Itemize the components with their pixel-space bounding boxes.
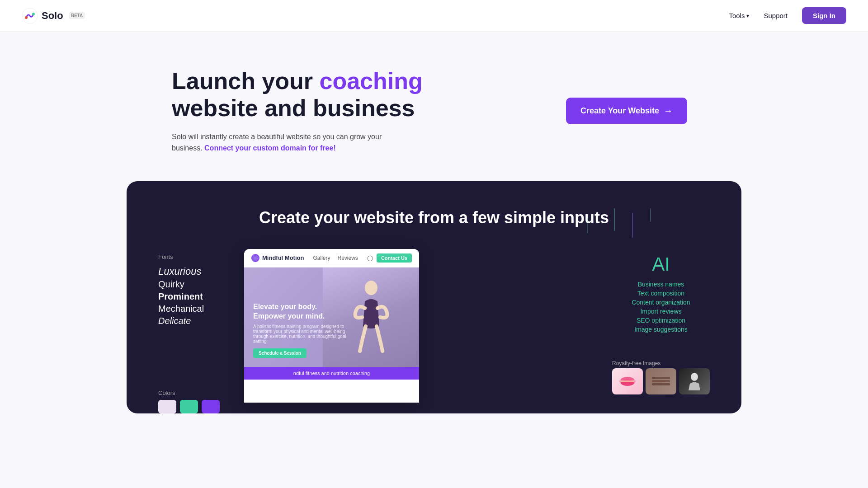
preview-nav-links: Gallery Reviews: [313, 255, 358, 261]
wood-svg: [650, 372, 672, 390]
preview-contact-button[interactable]: Contact Us: [377, 253, 412, 263]
hero-right: Create Your Website →: [566, 98, 687, 124]
chevron-down-icon: ▾: [746, 13, 749, 19]
hero-section: Launch your coaching website and busines…: [0, 32, 868, 181]
svg-point-11: [691, 373, 698, 381]
colors-label: Colors: [158, 389, 235, 396]
svg-rect-7: [621, 380, 634, 382]
font-item-delicate[interactable]: Delicate: [158, 316, 235, 326]
deco-line-4: [650, 208, 651, 222]
ai-feature-text-composition: Text composition: [637, 290, 684, 297]
royalty-image-wood: [646, 368, 676, 394]
colors-swatches: [158, 400, 235, 413]
ai-feature-seo-optimization: SEO optimization: [637, 317, 685, 324]
royalty-free-section: Royalty-free Images: [612, 360, 710, 394]
nav-tools-button[interactable]: Tools ▾: [729, 12, 749, 19]
preview-hero-image: Elevate your body. Empower your mind. A …: [244, 267, 419, 367]
svg-point-3: [365, 281, 377, 295]
royalty-image-macaron: [612, 368, 643, 394]
color-swatch-2[interactable]: [180, 400, 198, 413]
deco-line-3: [632, 213, 633, 238]
deco-line-2: [587, 217, 588, 233]
ai-feature-import-reviews: Import reviews: [640, 308, 681, 315]
ai-feature-image-suggestions: Image suggestions: [634, 326, 688, 333]
macaron-svg: [616, 372, 639, 390]
preview-hero-desc: A holistic fitness training program desi…: [253, 324, 353, 344]
svg-rect-10: [652, 383, 670, 385]
header: Solo BETA Tools ▾ Support Sign In: [0, 0, 868, 32]
royalty-images: [612, 368, 710, 394]
nav-support-link[interactable]: Support: [764, 12, 788, 19]
logo-area: Solo BETA: [22, 8, 85, 24]
dark-section-inner: Fonts Luxurious Quirky Prominent Mechani…: [154, 249, 714, 413]
royalty-image-bw: [679, 368, 710, 394]
nav-right: Tools ▾ Support Sign In: [729, 7, 846, 24]
font-item-prominent[interactable]: Prominent: [158, 291, 235, 302]
font-item-luxurious[interactable]: Luxurious: [158, 266, 235, 277]
person-bw-svg: [683, 372, 706, 390]
svg-rect-8: [652, 377, 670, 379]
website-preview: Mindful Motion Gallery Reviews ◯ Contact…: [244, 249, 419, 403]
svg-point-1: [25, 16, 28, 19]
ai-features-list: Business names Text composition Content …: [632, 281, 690, 333]
ai-panel: AI Business names Text composition Conte…: [594, 249, 714, 394]
solo-logo-icon: [22, 8, 38, 24]
deco-line-1: [614, 208, 615, 231]
preview-navbar: Mindful Motion Gallery Reviews ◯ Contact…: [244, 249, 419, 267]
logo-text: Solo: [42, 10, 63, 22]
instagram-icon: ◯: [367, 255, 373, 261]
ai-feature-business-names: Business names: [638, 281, 684, 288]
royalty-label: Royalty-free Images: [612, 360, 710, 366]
svg-rect-9: [652, 380, 670, 382]
fonts-panel: Fonts Luxurious Quirky Prominent Mechani…: [154, 249, 244, 413]
signin-button[interactable]: Sign In: [802, 7, 846, 24]
preview-schedule-button[interactable]: Schedule a Session: [253, 348, 307, 358]
preview-brand-icon: [251, 254, 259, 262]
preview-nav-icons: ◯ Contact Us: [367, 253, 412, 263]
logo-beta-badge: BETA: [69, 12, 85, 19]
ai-feature-content-organization: Content organization: [632, 299, 690, 306]
hero-link[interactable]: Connect your custom domain for free!: [204, 144, 336, 152]
ai-label: AI: [652, 253, 670, 275]
preview-brand: Mindful Motion: [251, 254, 304, 262]
font-item-quirky[interactable]: Quirky: [158, 279, 235, 290]
color-swatch-3[interactable]: [202, 400, 220, 413]
svg-point-2: [32, 13, 35, 15]
font-item-mechanical[interactable]: Mechanical: [158, 304, 235, 314]
preview-footer-text: ndful fitness and nutrition coaching: [244, 367, 419, 380]
hero-title: Launch your coaching website and busines…: [172, 68, 530, 122]
preview-hero-text: Elevate your body. Empower your mind.: [253, 302, 410, 321]
dark-section-title: Create your website from a few simple in…: [154, 208, 714, 227]
create-website-button[interactable]: Create Your Website →: [566, 98, 687, 124]
dark-section: Create your website from a few simple in…: [127, 181, 741, 413]
color-swatch-1[interactable]: [158, 400, 176, 413]
fonts-label: Fonts: [158, 253, 235, 260]
hero-subtitle: Solo will instantly create a beautiful w…: [172, 131, 389, 154]
hero-left: Launch your coaching website and busines…: [172, 68, 530, 154]
arrow-icon: →: [664, 106, 673, 116]
